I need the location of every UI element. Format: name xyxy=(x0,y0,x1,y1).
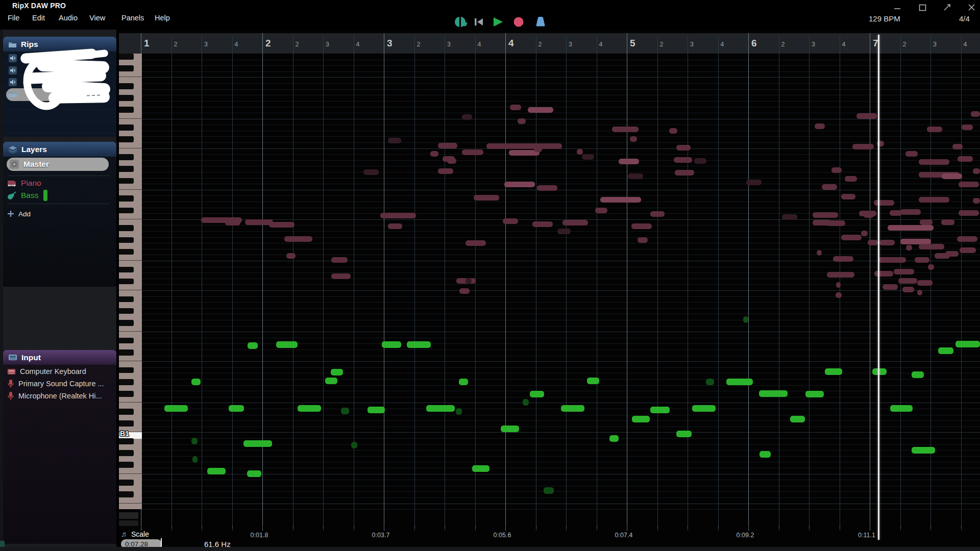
piano-note[interactable] xyxy=(817,250,822,256)
piano-note[interactable] xyxy=(942,173,962,179)
piano-note[interactable] xyxy=(917,280,933,286)
bass-note[interactable] xyxy=(164,405,188,412)
piano-note[interactable] xyxy=(447,158,456,164)
bass-note[interactable] xyxy=(325,378,337,384)
rips-panel-header[interactable]: Rips xyxy=(3,37,116,52)
piano-note[interactable] xyxy=(562,220,588,226)
piano-note[interactable] xyxy=(973,198,980,204)
bass-note[interactable] xyxy=(530,391,544,397)
piano-note[interactable] xyxy=(388,223,402,229)
piano-note[interactable] xyxy=(630,136,637,142)
piano-note[interactable] xyxy=(510,105,521,110)
piano-note[interactable] xyxy=(619,159,639,164)
black-key[interactable] xyxy=(119,438,134,444)
piano-note[interactable] xyxy=(675,170,694,176)
bass-note[interactable] xyxy=(243,440,272,447)
bass-note[interactable] xyxy=(650,407,670,413)
bass-note[interactable] xyxy=(229,405,244,412)
piano-note[interactable] xyxy=(878,257,906,263)
bass-note[interactable] xyxy=(561,405,584,412)
bass-note[interactable] xyxy=(456,408,462,415)
piano-note[interactable] xyxy=(831,167,842,173)
black-key[interactable] xyxy=(119,136,134,142)
piano-note[interactable] xyxy=(595,208,607,213)
piano-note[interactable] xyxy=(883,284,898,290)
bass-note[interactable] xyxy=(276,341,298,348)
piano-note[interactable] xyxy=(388,138,401,143)
piano-note[interactable] xyxy=(504,182,535,187)
bass-note[interactable] xyxy=(706,379,714,385)
piano-note[interactable] xyxy=(836,282,841,288)
piano-note[interactable] xyxy=(833,256,853,262)
skip-to-start-icon[interactable] xyxy=(474,17,484,31)
piano-note[interactable] xyxy=(462,149,483,155)
black-key[interactable] xyxy=(119,107,134,113)
piano-note[interactable] xyxy=(465,278,472,284)
piano-note[interactable] xyxy=(331,257,348,263)
black-key[interactable] xyxy=(119,338,134,344)
piano-note[interactable] xyxy=(534,146,542,152)
bass-note[interactable] xyxy=(955,341,980,347)
piano-note[interactable] xyxy=(438,143,457,148)
bass-note[interactable] xyxy=(790,416,805,422)
rip-item-audio-file-icon[interactable] xyxy=(8,78,17,87)
input-item-microphone-1[interactable]: Primary Sound Capture ... xyxy=(7,379,104,389)
black-key[interactable] xyxy=(119,491,134,497)
piano-note[interactable] xyxy=(380,213,416,218)
piano-note[interactable] xyxy=(363,169,379,175)
piano-note[interactable] xyxy=(841,194,855,199)
piano-note[interactable] xyxy=(826,220,845,226)
add-layer-button[interactable]: Add xyxy=(7,208,31,219)
menu-item-help[interactable]: Help xyxy=(155,14,170,22)
layer-item-master[interactable]: Master xyxy=(7,158,109,171)
piano-note[interactable] xyxy=(856,113,877,119)
piano-note[interactable] xyxy=(920,219,933,225)
black-key[interactable] xyxy=(119,124,134,131)
minimize-button[interactable] xyxy=(892,3,903,12)
maximize-button[interactable] xyxy=(917,3,928,12)
menu-item-file[interactable]: File xyxy=(8,14,19,22)
black-key[interactable] xyxy=(119,154,134,160)
bass-note[interactable] xyxy=(759,390,788,397)
piano-note[interactable] xyxy=(676,145,691,151)
piano-note[interactable] xyxy=(462,114,472,120)
piano-note[interactable] xyxy=(650,211,665,217)
piano-note[interactable] xyxy=(945,251,959,257)
bass-note[interactable] xyxy=(692,405,716,412)
bass-note[interactable] xyxy=(192,456,198,463)
piano-note[interactable] xyxy=(894,269,914,274)
bass-note[interactable] xyxy=(247,470,261,477)
piano-note[interactable] xyxy=(958,156,973,162)
record-icon[interactable] xyxy=(513,16,525,30)
black-key[interactable] xyxy=(119,267,134,273)
black-key[interactable] xyxy=(119,349,134,356)
black-key[interactable] xyxy=(119,225,134,231)
input-item-microphone-2[interactable]: Microphone (Realtek Hi... xyxy=(7,391,102,401)
piano-note[interactable] xyxy=(917,290,922,295)
bass-note[interactable] xyxy=(872,368,887,375)
piano-note[interactable] xyxy=(638,237,648,243)
bass-note[interactable] xyxy=(368,407,385,413)
black-key[interactable] xyxy=(119,391,134,397)
input-item-computer-keyboard[interactable]: Computer Keyboard xyxy=(7,366,86,377)
black-key[interactable] xyxy=(119,208,134,214)
piano-note[interactable] xyxy=(582,154,594,160)
separation-brain-icon[interactable] xyxy=(452,15,470,29)
piano-note[interactable] xyxy=(674,157,692,163)
piano-note[interactable] xyxy=(694,158,706,164)
bass-note[interactable] xyxy=(501,425,519,432)
piano-note[interactable] xyxy=(631,223,652,229)
bass-note[interactable] xyxy=(938,347,953,354)
input-panel-header[interactable]: Input xyxy=(3,350,116,365)
bass-note[interactable] xyxy=(407,341,431,348)
piano-note[interactable] xyxy=(941,219,954,225)
piano-note[interactable] xyxy=(973,168,980,174)
metronome-icon[interactable] xyxy=(534,16,547,29)
bass-note[interactable] xyxy=(523,399,529,406)
piano-note[interactable] xyxy=(900,209,921,215)
piano-note[interactable] xyxy=(669,128,677,134)
resize-button[interactable] xyxy=(942,3,953,12)
piano-note[interactable] xyxy=(845,176,857,182)
black-key[interactable] xyxy=(119,166,134,172)
piano-note[interactable] xyxy=(915,257,929,263)
